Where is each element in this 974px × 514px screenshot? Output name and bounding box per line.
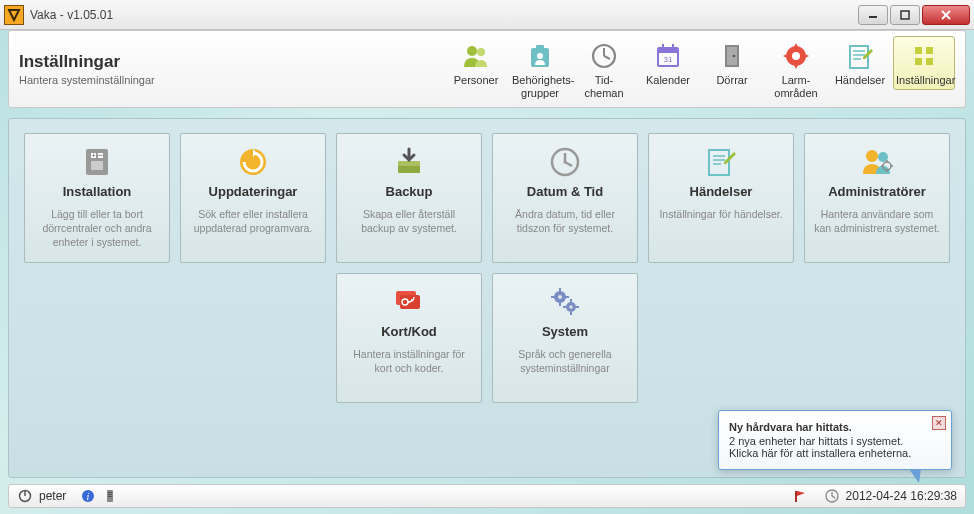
- nav-items: PersonerBehörighets- grupperTid- cheman3…: [445, 36, 955, 102]
- maximize-button[interactable]: [890, 5, 920, 25]
- svg-point-47: [866, 150, 878, 162]
- tile-system[interactable]: SystemSpråk och generella systeminställn…: [492, 273, 638, 403]
- nav-item-calendar[interactable]: 31Kalender: [637, 36, 699, 90]
- nav-item-door[interactable]: Dörrar: [701, 36, 763, 90]
- page-title: Inställningar: [19, 52, 445, 72]
- cardcode-icon: [345, 284, 473, 320]
- power-icon[interactable]: [17, 488, 33, 504]
- flag-icon[interactable]: [792, 488, 808, 504]
- svg-rect-70: [108, 492, 112, 493]
- badge-icon: [525, 41, 555, 71]
- svg-point-42: [564, 161, 567, 164]
- svg-rect-13: [658, 48, 678, 53]
- events2-icon: [657, 144, 785, 180]
- datetime-icon: [501, 144, 629, 180]
- status-user: peter: [39, 489, 66, 503]
- app-icon: [4, 5, 24, 25]
- tile-backup[interactable]: BackupSkapa eller återställ backup av sy…: [336, 133, 482, 263]
- svg-rect-56: [559, 302, 561, 306]
- notification-close-button[interactable]: ✕: [932, 416, 946, 430]
- svg-rect-16: [672, 44, 674, 50]
- svg-rect-29: [926, 58, 933, 65]
- close-button[interactable]: [922, 5, 970, 25]
- nav-item-label: Tid- cheman: [576, 74, 632, 99]
- svg-point-21: [792, 52, 800, 60]
- tile-desc: Språk och generella systeminställningar: [501, 347, 629, 375]
- svg-rect-18: [727, 47, 737, 65]
- svg-point-8: [537, 53, 543, 59]
- nav-item-label: Inställningar: [896, 74, 952, 87]
- titlebar: Vaka - v1.05.01: [0, 0, 974, 30]
- nav-item-settings[interactable]: Inställningar: [893, 36, 955, 90]
- page-subtitle: Hantera systeminställningar: [19, 74, 445, 86]
- statusbar: peter i 2012-04-24 16:29:38: [8, 484, 966, 508]
- nav-item-alarm[interactable]: Larm- områden: [765, 36, 827, 102]
- svg-rect-27: [926, 47, 933, 54]
- svg-rect-64: [576, 306, 579, 308]
- svg-point-19: [733, 55, 736, 58]
- header-ribbon: Inställningar Hantera systeminställninga…: [8, 30, 966, 108]
- backup-icon: [345, 144, 473, 180]
- tile-grid: +−InstallationLägg till eller ta bort dö…: [23, 133, 951, 403]
- svg-rect-1: [901, 11, 909, 19]
- tile-title: Backup: [345, 184, 473, 199]
- nav-item-events[interactable]: Händelser: [829, 36, 891, 90]
- svg-rect-63: [563, 306, 566, 308]
- svg-rect-55: [559, 288, 561, 292]
- status-datetime: 2012-04-24 16:29:38: [846, 489, 957, 503]
- svg-rect-15: [662, 44, 664, 50]
- svg-text:+: +: [91, 152, 95, 159]
- tile-installation[interactable]: +−InstallationLägg till eller ta bort dö…: [24, 133, 170, 263]
- nav-item-clock[interactable]: Tid- cheman: [573, 36, 635, 102]
- tile-datetime[interactable]: Datum & TidÄndra datum, tid eller tidszo…: [492, 133, 638, 263]
- persons-icon: [461, 41, 491, 71]
- svg-rect-62: [570, 312, 572, 315]
- svg-rect-58: [565, 296, 569, 298]
- clock-icon: [824, 488, 840, 504]
- nav-item-label: Kalender: [640, 74, 696, 87]
- door-icon: [717, 41, 747, 71]
- nav-item-persons[interactable]: Personer: [445, 36, 507, 90]
- svg-rect-7: [536, 45, 544, 50]
- updates-icon: [189, 144, 317, 180]
- system-icon: [501, 284, 629, 320]
- svg-point-60: [569, 305, 572, 308]
- notification-bubble[interactable]: ✕ Ny hårdvara har hittats. 2 nya enheter…: [718, 410, 952, 470]
- tile-admins[interactable]: AdministratörerHantera användare som kan…: [804, 133, 950, 263]
- minimize-button[interactable]: [858, 5, 888, 25]
- svg-point-4: [467, 46, 477, 56]
- tile-desc: Hantera inställningar för kort och koder…: [345, 347, 473, 375]
- tile-title: Kort/Kod: [345, 324, 473, 339]
- notification-line1: 2 nya enheter har hittats i systemet.: [729, 435, 939, 447]
- svg-rect-57: [551, 296, 555, 298]
- svg-rect-37: [398, 165, 420, 173]
- svg-rect-61: [570, 299, 572, 302]
- tile-updates[interactable]: UppdateringarSök efter eller installera …: [180, 133, 326, 263]
- svg-rect-35: [91, 161, 103, 170]
- alarm-icon: [781, 41, 811, 71]
- window-title: Vaka - v1.05.01: [30, 8, 113, 22]
- svg-rect-72: [108, 496, 112, 497]
- tile-events[interactable]: HändelserInställningar för händelser.: [648, 133, 794, 263]
- tile-title: Uppdateringar: [189, 184, 317, 199]
- tile-desc: Inställningar för händelser.: [657, 207, 785, 221]
- notification-title: Ny hårdvara har hittats.: [729, 421, 939, 433]
- calendar-icon: 31: [653, 41, 683, 71]
- svg-point-5: [477, 48, 485, 56]
- nav-item-badge[interactable]: Behörighets- grupper: [509, 36, 571, 102]
- svg-rect-26: [915, 47, 922, 54]
- svg-rect-73: [795, 491, 797, 502]
- svg-point-54: [558, 295, 562, 299]
- tile-cardcode[interactable]: Kort/KodHantera inställningar för kort o…: [336, 273, 482, 403]
- tile-title: Installation: [33, 184, 161, 199]
- nav-item-label: Larm- områden: [768, 74, 824, 99]
- svg-line-76: [832, 496, 835, 498]
- svg-line-11: [604, 56, 610, 59]
- tile-desc: Sök efter eller installera uppdaterad pr…: [189, 207, 317, 235]
- info-icon[interactable]: i: [80, 488, 96, 504]
- nav-item-label: Personer: [448, 74, 504, 87]
- tile-desc: Skapa eller återställ backup av systemet…: [345, 207, 473, 235]
- nav-item-label: Dörrar: [704, 74, 760, 87]
- svg-text:i: i: [87, 491, 90, 502]
- server-icon[interactable]: [102, 488, 118, 504]
